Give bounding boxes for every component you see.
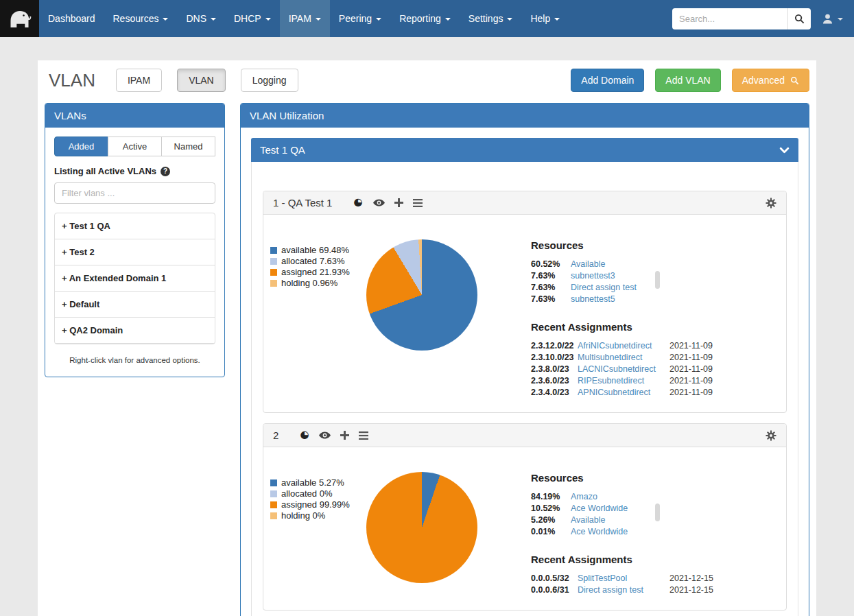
vlan-list-item[interactable]: + An Extended Domain 1 [55, 265, 215, 292]
nav-item-label: Settings [468, 13, 503, 24]
view-tab[interactable]: IPAM [116, 69, 162, 92]
chevron-down-icon[interactable] [779, 147, 790, 154]
resource-row: 0.01% Ace Worldwide [531, 526, 660, 538]
gear-icon[interactable] [766, 430, 776, 441]
action-button[interactable]: Advanced [732, 69, 809, 92]
gear-icon[interactable] [766, 198, 776, 209]
nav-item-label: Peering [339, 13, 372, 24]
scrollbar-thumb[interactable] [655, 504, 660, 521]
assignment-cidr: 2.3.8.0/23 [531, 364, 578, 375]
vlan-list-item[interactable]: + Default [55, 292, 215, 318]
plus-icon[interactable] [340, 431, 349, 440]
vlan-list-item[interactable]: + Test 2 [55, 239, 215, 265]
assignment-link[interactable]: Direct assign test [578, 585, 643, 595]
action-button[interactable]: Add VLAN [655, 69, 720, 92]
legend-label: holding 0.96% [281, 278, 337, 289]
legend-label: assigned 99.99% [281, 499, 350, 510]
assignment-date: 2021-11-09 [669, 352, 713, 364]
assignment-date: 2021-11-09 [669, 387, 713, 399]
nav-item[interactable]: IPAM [280, 0, 330, 37]
nav-item[interactable]: DHCP [225, 0, 280, 37]
vlan-utilization-panel: VLAN Utilization Test 1 QA 1 - QA Test 1 [240, 103, 809, 616]
resource-link[interactable]: subnettest5 [571, 294, 615, 305]
menu-list-icon[interactable] [359, 431, 368, 440]
assignment-row: 2.3.12.0/22 AfriNICsubnetdirect 2021-11-… [531, 340, 731, 352]
nav-item[interactable]: Resources [104, 0, 178, 37]
resource-link[interactable]: Amazo [571, 491, 597, 503]
menu-list-icon[interactable] [413, 199, 423, 207]
scrollbar-thumb[interactable] [655, 271, 660, 289]
main-nav: Dashboard Resources DNS DHCP IPAM Peerin… [39, 0, 569, 37]
vlan-list-item[interactable]: + QA2 Domain [55, 318, 215, 344]
resource-link[interactable]: subnettest3 [571, 270, 615, 282]
action-button[interactable]: Add Domain [571, 69, 644, 92]
vlan-filter-toggle[interactable]: Added [54, 137, 108, 156]
legend-swatch [270, 269, 277, 276]
resource-link[interactable]: Ace Worldwide [571, 503, 628, 514]
eye-icon[interactable] [319, 431, 331, 439]
vlan-filter-input[interactable] [54, 182, 215, 204]
resource-link[interactable]: Available [571, 259, 606, 270]
legend-swatch [270, 501, 277, 508]
resources-title: Resources [531, 472, 744, 484]
nav-item[interactable]: Dashboard [39, 0, 104, 37]
action-button-label: Add Domain [581, 75, 634, 86]
help-icon[interactable]: ? [161, 167, 170, 176]
app-logo[interactable] [0, 0, 39, 37]
eye-icon[interactable] [373, 199, 385, 206]
vlan-filter-toggle[interactable]: Active [108, 137, 162, 156]
vlan-filter-toggle[interactable]: Named [161, 137, 215, 156]
plus-icon[interactable] [394, 198, 403, 207]
resource-link[interactable]: Ace Worldwide [571, 526, 628, 538]
listing-label: Listing all Active VLANs [54, 166, 156, 176]
assignment-date: 2021-11-09 [669, 375, 713, 387]
legend-item: allocated 0% [270, 488, 354, 499]
vlan-list-item[interactable]: + Test 1 QA [55, 213, 215, 239]
resource-percent: 5.26% [531, 514, 571, 526]
search-input[interactable] [672, 8, 787, 29]
vlan-card-title: 1 - QA Test 1 [273, 197, 332, 209]
action-button-label: Advanced [742, 75, 785, 86]
card-stats: Resources 60.52% Available 7.63% subnett… [531, 239, 744, 399]
caret-down-icon [265, 18, 271, 21]
caret-down-icon [507, 18, 512, 21]
vlan-filter-toggle-group: AddedActiveNamed [54, 137, 215, 156]
vlan-list: + Test 1 QA+ Test 2+ An Extended Domain … [54, 213, 215, 344]
nav-item[interactable]: Settings [460, 0, 522, 37]
pie-chart-icon[interactable]: ◕ [300, 430, 309, 440]
assignments-title: Recent Assignments [531, 321, 744, 333]
assignment-link[interactable]: APNICsubnetdirect [578, 388, 650, 397]
nav-item[interactable]: DNS [177, 0, 225, 37]
nav-item[interactable]: Reporting [390, 0, 460, 37]
vlan-utilization-body: Test 1 QA 1 - QA Test 1 ◕ [241, 128, 809, 616]
resource-row: 84.19% Amazo [531, 491, 660, 503]
user-menu[interactable] [811, 0, 854, 37]
view-tab[interactable]: Logging [241, 69, 298, 92]
legend-swatch [270, 247, 277, 254]
pie-chart-icon[interactable]: ◕ [354, 198, 363, 208]
assignment-link[interactable]: SplitTestPool [578, 573, 627, 583]
page-header: VLAN IPAMVLANLogging Add Domain Add VLAN [45, 69, 809, 92]
vlan-card-body: available 5.27% allocated 0% assigned 99… [263, 447, 786, 610]
vlan-section-title: Test 1 QA [260, 144, 305, 156]
action-button-label: Add VLAN [665, 75, 710, 86]
resource-percent: 10.52% [531, 503, 571, 514]
vlan-section-header[interactable]: Test 1 QA [251, 138, 798, 162]
legend-item: assigned 21.93% [270, 267, 354, 278]
assignment-link[interactable]: LACNICsubnetdirect [578, 364, 656, 374]
assignment-link[interactable]: AfriNICsubnetdirect [578, 341, 652, 351]
resource-link[interactable]: Direct assign test [571, 282, 637, 294]
vlans-panel-body: AddedActiveNamed Listing all Active VLAN… [45, 128, 224, 377]
nav-item[interactable]: Help [521, 0, 569, 37]
resource-link[interactable]: Available [571, 514, 606, 526]
nav-item-label: Dashboard [48, 13, 95, 24]
view-tab[interactable]: VLAN [177, 69, 226, 92]
card-stats: Resources 84.19% Amazo 10.52% Ace Worldw… [531, 472, 744, 596]
search-button[interactable] [787, 8, 811, 29]
assignment-cidr: 2.3.12.0/22 [531, 340, 578, 352]
nav-item[interactable]: Peering [330, 0, 390, 37]
legend-item: allocated 7.63% [270, 256, 354, 267]
caret-down-icon [376, 18, 381, 21]
assignment-link[interactable]: RIPEsubnetdirect [578, 376, 644, 386]
assignment-link[interactable]: Multisubnetdirect [578, 353, 643, 362]
